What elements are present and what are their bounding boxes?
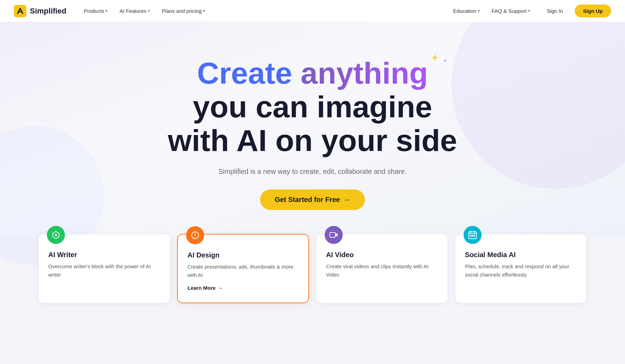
nav-right: Education ▾ FAQ & Support ▾ Sign In Sign…	[448, 5, 611, 17]
card-desc-ai-video: Create viral videos and clips instantly …	[326, 262, 438, 279]
sparkle-icon: ✦	[431, 53, 439, 64]
card-desc-ai-writer: Overcome writer's block with the power o…	[48, 262, 160, 279]
chevron-down-icon: ▾	[528, 9, 530, 13]
arrow-icon: →	[218, 285, 223, 291]
card-title-ai-video: AI Video	[326, 251, 438, 259]
sign-in-link[interactable]: Sign In	[542, 5, 568, 17]
nav-right-items: Education ▾ FAQ & Support ▾	[448, 5, 535, 17]
nav-item-products[interactable]: Products ▾	[79, 5, 112, 17]
hero-title-word-create: Create	[197, 56, 292, 90]
hero-subtitle: Simplified is a new way to create, edit,…	[218, 166, 407, 177]
card-ai-writer: AI Writer Overcome writer's block with t…	[38, 234, 170, 303]
card-learn-more-link[interactable]: Learn More →	[188, 285, 299, 291]
cta-button[interactable]: Get Started for Free →	[260, 189, 365, 210]
svg-point-1	[55, 234, 57, 236]
hero-title-line2: you can imagine	[168, 90, 457, 124]
svg-rect-8	[470, 235, 472, 237]
card-title-ai-design: AI Design	[188, 251, 299, 259]
cta-label: Get Started for Free	[275, 196, 340, 204]
chevron-down-icon: ▾	[478, 9, 480, 13]
hero-section: Create anything ✦ ✦ you can imagine with…	[0, 22, 625, 237]
svg-rect-9	[472, 235, 473, 237]
hero-title: Create anything ✦ ✦ you can imagine with…	[168, 57, 457, 157]
hex-icon	[51, 230, 61, 240]
svg-rect-0	[14, 5, 26, 17]
nav-left-items: Products ▾ AI Features ▾ Plans and prici…	[79, 5, 210, 17]
nav-item-education[interactable]: Education ▾	[448, 5, 485, 17]
logo-link[interactable]: Simplified	[14, 5, 66, 17]
card-ai-video: AI Video Create viral videos and clips i…	[316, 234, 448, 303]
svg-rect-10	[474, 235, 475, 237]
video-icon	[329, 230, 339, 240]
card-icon-wrap-ai-design	[186, 226, 204, 244]
cards-section: AI Writer Overcome writer's block with t…	[0, 234, 625, 303]
nav-left: Simplified Products ▾ AI Features ▾ Plan…	[14, 5, 210, 17]
nav-item-plans-pricing[interactable]: Plans and pricing ▾	[157, 5, 210, 17]
logo-text: Simplified	[30, 7, 66, 16]
card-ai-design: AI Design Create presentations, ads, thu…	[177, 234, 309, 303]
card-icon-wrap-ai-video	[325, 226, 343, 244]
chevron-down-icon: ▾	[203, 9, 205, 13]
nav-item-faq-support[interactable]: FAQ & Support ▾	[487, 5, 535, 17]
sign-up-button[interactable]: Sign Up	[575, 5, 611, 17]
nav-item-ai-features[interactable]: AI Features ▾	[115, 5, 155, 17]
calendar-icon	[468, 230, 477, 240]
card-title-ai-writer: AI Writer	[48, 251, 160, 259]
learn-more-label: Learn More	[188, 285, 216, 291]
card-icon-wrap-social-media-ai	[464, 226, 482, 244]
chevron-down-icon: ▾	[106, 9, 108, 13]
navbar: Simplified Products ▾ AI Features ▾ Plan…	[0, 0, 625, 22]
sparkle-small-icon: ✦	[443, 58, 447, 64]
card-icon-wrap-ai-writer	[47, 226, 65, 244]
svg-rect-3	[330, 232, 335, 237]
card-desc-ai-design: Create presentations, ads, thumbnails & …	[188, 263, 299, 279]
card-social-media-ai: Social Media AI Plan, schedule, track an…	[455, 234, 587, 303]
chevron-down-icon: ▾	[148, 9, 150, 13]
hero-title-word-anything: anything	[301, 56, 428, 90]
hero-title-line3: with AI on your side	[168, 124, 457, 158]
compass-icon	[190, 230, 200, 240]
card-desc-social-media-ai: Plan, schedule, track and respond on all…	[465, 262, 577, 279]
logo-icon	[14, 5, 26, 17]
arrow-icon: →	[343, 196, 350, 204]
card-title-social-media-ai: Social Media AI	[465, 251, 577, 259]
